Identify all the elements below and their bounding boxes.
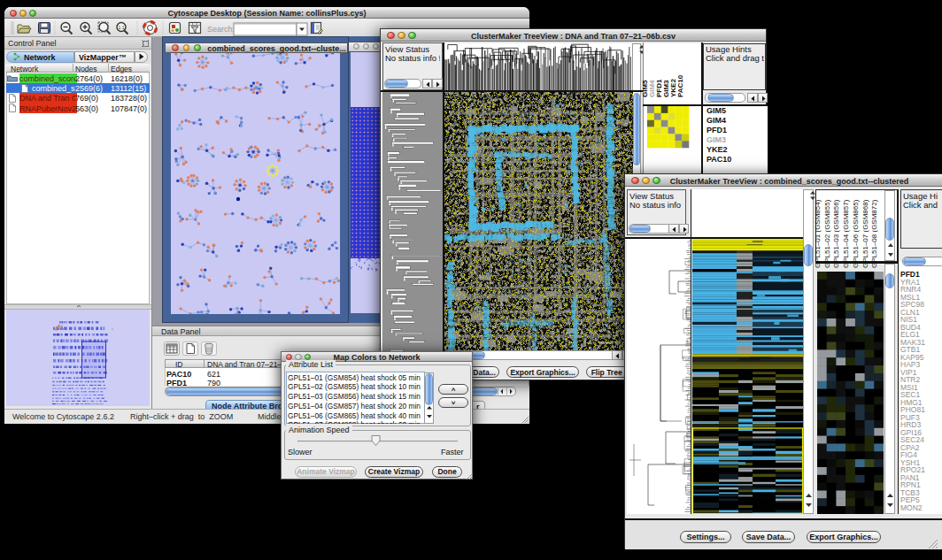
svg-text:Search:: Search: [207,25,235,34]
svg-text:1:1: 1:1 [119,25,125,30]
